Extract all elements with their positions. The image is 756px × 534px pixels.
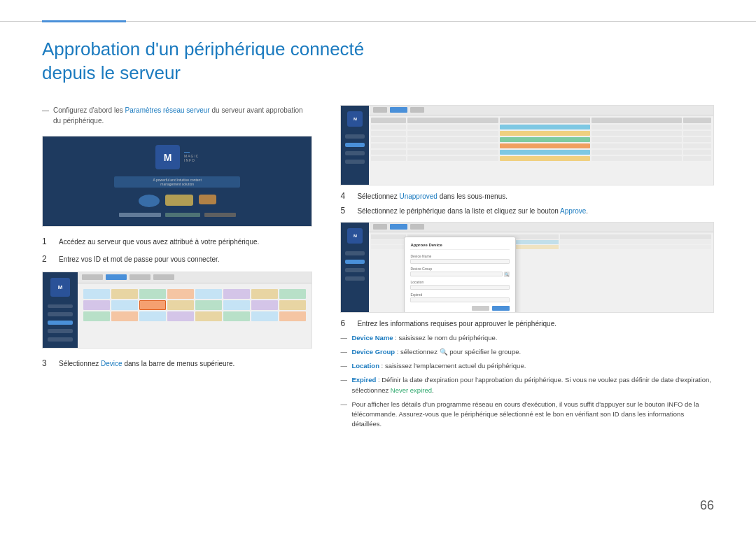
step1-text: Accédez au serveur que vous avez attribu… [59,237,259,247]
sim-tab-3 [130,274,150,280]
step6-number: 6 [340,318,350,328]
step2-text: Entrez vos ID et mot de passe pour vous … [59,254,220,265]
dialog-device-name-field: Device Name [410,254,510,264]
bullet-device-group: Device Group : sélectionnez 🔍 pour spéci… [340,347,714,357]
step2: 2 Entrez vos ID et mot de passe pour vou… [42,254,312,265]
top-accent-line [42,20,126,22]
expired-input[interactable] [410,297,510,302]
sim-logo-d: M [347,228,363,244]
page-container: Approbation d'un périphérique connecté d… [0,0,756,534]
step4-number: 4 [340,191,350,201]
sim-nav-2 [48,312,73,316]
step5-text: Sélectionnez le périphérique dans la lis… [357,206,588,216]
dialog-location-field: Location [410,280,510,290]
dialog-buttons [410,306,510,311]
sim-tab-2 [106,274,127,280]
sim-nav-4 [48,329,73,333]
device-group-input[interactable] [410,272,503,276]
right-column: M [340,105,714,506]
sim-rtab-1 [373,107,387,113]
device-name-input[interactable] [410,259,510,264]
sim-tab-1 [82,274,103,280]
step3: 3 Sélectionnez Device dans la barre de m… [42,358,312,369]
server-settings-link[interactable]: Paramètres réseau serveur [125,106,210,114]
search-icon[interactable]: 🔍 [504,272,510,277]
step6-text: Entrez les informations requises pour ap… [357,318,556,329]
screenshot-login: M MAGICINFO A powerful and intuitive con… [42,136,312,227]
sim-dnav-2 [345,260,365,264]
sim-dnav-3 [345,268,365,272]
sim-logo: M [50,278,70,297]
dialog-device-group-field: Device Group 🔍 [410,267,510,277]
approve-dialog: Approve Device Device Name Device Group [404,237,516,313]
location-input[interactable] [410,285,510,290]
bullet-info: Pour afficher les détails d'un programme… [340,400,714,430]
step1-number: 1 [42,237,52,246]
sim-tab-4 [153,274,174,280]
unapproved-link[interactable]: Unapproved [399,192,437,200]
sim-rnav-2 [345,143,365,147]
sim-rnav-1 [345,134,365,139]
sim-dnav-4 [345,276,365,281]
bullet-location: Location : saisissez l'emplacement actue… [340,361,714,371]
screenshot-unapproved: M [340,105,714,185]
step5: 5 Sélectionnez le périphérique dans la l… [340,206,714,216]
step4: 4 Sélectionnez Unapproved dans les sous-… [340,191,714,202]
sim-dtab-1 [373,224,387,230]
location-label: Location [410,280,510,284]
sim-dnav-1 [345,251,365,255]
screenshot-device-list: M [42,272,312,349]
device-name-label: Device Name [410,254,510,258]
dialog-expired-field: Expired [410,293,510,302]
sim-logo-r: M [347,111,363,127]
step2-number: 2 [42,254,52,264]
step3-number: 3 [42,358,52,368]
bullet-expired: Expired : Définir la date d'expiration p… [340,375,714,395]
dialog-title: Approve Device [410,243,510,250]
bullet-device-name: Device Name : saisissez le nom du périph… [340,333,714,343]
step3-text: Sélectionnez Device dans la barre de men… [59,358,234,369]
sim-rnav-4 [345,160,365,164]
sim-rnav-3 [345,151,365,155]
page-title: Approbation d'un périphérique connecté d… [42,38,714,85]
approve-link[interactable]: Approve [560,207,586,215]
step6: 6 Entrez les informations requises pour … [340,318,714,329]
dialog-cancel-button[interactable] [472,306,489,311]
device-link[interactable]: Device [101,360,122,367]
screenshot-approve-dialog: M [340,222,714,313]
sim-dtab-2 [390,224,407,230]
dialog-ok-button[interactable] [492,306,510,311]
sim-nav-5 [48,337,73,342]
page-number: 66 [700,498,714,513]
sim-rtab-3 [410,107,424,113]
sim-nav-3 [48,321,73,325]
sim-rtab-2 [390,107,407,113]
intro-note: Configurez d'abord les Paramètres réseau… [42,105,312,126]
sim-dtab-3 [410,224,424,230]
expired-label: Expired [410,293,510,297]
device-group-label: Device Group [410,267,510,271]
sim-nav-1 [48,304,73,309]
left-column: Configurez d'abord les Paramètres réseau… [42,105,312,506]
step5-number: 5 [340,206,350,216]
step4-text: Sélectionnez Unapproved dans les sous-me… [357,191,507,202]
step1: 1 Accédez au serveur que vous avez attri… [42,237,312,247]
content-layout: Configurez d'abord les Paramètres réseau… [42,105,714,506]
